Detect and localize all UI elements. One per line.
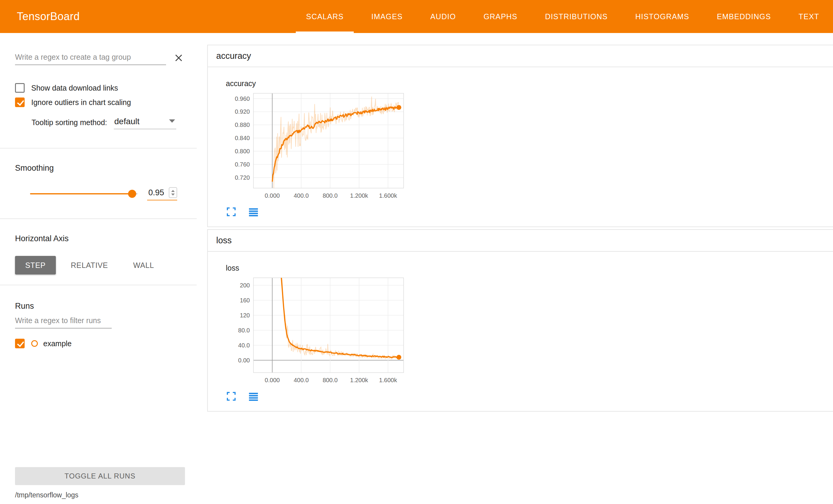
run-data-button[interactable] <box>248 207 259 218</box>
smoothing-control: 0.95 <box>30 187 185 200</box>
smoothing-label: Smoothing <box>15 163 197 173</box>
svg-text:80.0: 80.0 <box>238 327 250 334</box>
divider <box>0 148 197 149</box>
close-icon <box>172 51 185 65</box>
tag-group-body: loss 0.0040.080.01201602000.000400.0800.… <box>208 252 833 411</box>
svg-text:0.840: 0.840 <box>235 135 250 141</box>
expand-chart-button[interactable] <box>226 391 237 402</box>
tab-audio[interactable]: AUDIO <box>416 0 470 33</box>
top-bar: TensorBoard SCALARS IMAGES AUDIO GRAPHS … <box>0 0 833 33</box>
settings-sidebar: Show data download links Ignore outliers… <box>0 33 197 504</box>
svg-text:0.720: 0.720 <box>235 174 250 181</box>
tag-group-body: accuracy 0.7200.7600.8000.8400.8800.9200… <box>208 67 833 227</box>
checkbox-icon <box>15 98 25 107</box>
smoothing-slider-fill <box>30 193 132 194</box>
chart-title: loss <box>226 264 833 272</box>
tab-graphs[interactable]: GRAPHS <box>470 0 531 33</box>
svg-text:0.880: 0.880 <box>235 122 250 128</box>
tooltip-sorting-label: Tooltip sorting method: <box>31 118 107 129</box>
divider <box>0 219 197 219</box>
svg-text:0.000: 0.000 <box>265 377 280 383</box>
option-label: Ignore outliers in chart scaling <box>31 98 131 107</box>
axis-wall-button[interactable]: WALL <box>123 256 165 275</box>
smoothing-slider-thumb[interactable] <box>128 190 136 198</box>
accuracy-chart-canvas[interactable]: 0.7200.7600.8000.8400.8800.9200.9600.000… <box>225 90 420 203</box>
dashboard-content: accuracy accuracy 0.7200.7600.8000.8400.… <box>207 33 833 504</box>
svg-text:40.0: 40.0 <box>238 342 250 349</box>
tab-images[interactable]: IMAGES <box>357 0 416 33</box>
svg-text:1.200k: 1.200k <box>350 192 368 199</box>
chart-title: accuracy <box>226 79 833 88</box>
smoothing-value: 0.95 <box>148 188 169 197</box>
tag-group-header[interactable]: accuracy <box>208 45 833 67</box>
toggle-all-runs-button[interactable]: TOGGLE ALL RUNS <box>15 467 185 485</box>
data-list-icon <box>248 391 259 401</box>
axis-step-button[interactable]: STEP <box>15 256 56 275</box>
ignore-outliers-option[interactable]: Ignore outliers in chart scaling <box>15 98 185 107</box>
tab-scalars[interactable]: SCALARS <box>292 0 357 33</box>
chart-actions <box>226 391 833 402</box>
svg-text:0.760: 0.760 <box>235 161 250 168</box>
runs-label: Runs <box>15 302 197 311</box>
tab-text[interactable]: TEXT <box>785 0 833 33</box>
run-checkbox-icon <box>15 339 25 348</box>
tag-filter-row <box>15 50 185 65</box>
svg-text:0.800: 0.800 <box>235 148 250 154</box>
run-data-button[interactable] <box>248 391 259 402</box>
run-name: example <box>43 339 72 348</box>
tag-group-header[interactable]: loss <box>208 230 833 252</box>
option-label: Show data download links <box>31 84 118 93</box>
svg-text:200: 200 <box>240 282 250 288</box>
data-list-icon <box>248 207 259 217</box>
tooltip-sorting-select[interactable]: default <box>114 116 176 129</box>
show-download-links-option[interactable]: Show data download links <box>15 83 185 93</box>
svg-text:400.0: 400.0 <box>294 192 309 199</box>
svg-text:800.0: 800.0 <box>323 377 337 383</box>
smoothing-slider[interactable] <box>30 193 138 194</box>
app-logo: TensorBoard <box>17 0 80 33</box>
sidebar-footer: TOGGLE ALL RUNS /tmp/tensorflow_logs <box>0 467 197 499</box>
tab-embeddings[interactable]: EMBEDDINGS <box>703 0 785 33</box>
horizontal-axis-label: Horizontal Axis <box>15 234 197 243</box>
chart-actions <box>226 207 833 218</box>
svg-text:1.600k: 1.600k <box>379 192 397 199</box>
svg-text:1.200k: 1.200k <box>350 377 368 383</box>
run-color-swatch <box>31 340 38 347</box>
run-filter-input[interactable] <box>15 314 112 328</box>
svg-text:0.960: 0.960 <box>235 95 250 102</box>
tag-group-accuracy: accuracy accuracy 0.7200.7600.8000.8400.… <box>207 45 833 227</box>
fullscreen-icon <box>226 391 236 401</box>
divider <box>0 285 197 285</box>
horizontal-axis-buttons: STEP RELATIVE WALL <box>15 256 197 275</box>
fullscreen-icon <box>226 207 236 217</box>
chevron-down-icon <box>169 119 175 123</box>
tag-group-loss: loss loss 0.0040.080.01201602000.000400.… <box>207 229 833 411</box>
tab-distributions[interactable]: DISTRIBUTIONS <box>531 0 622 33</box>
run-item-example[interactable]: example <box>15 339 185 348</box>
loss-chart-canvas[interactable]: 0.0040.080.01201602000.000400.0800.01.20… <box>225 274 420 387</box>
axis-relative-button[interactable]: RELATIVE <box>61 256 118 275</box>
stepper-down-icon <box>171 194 175 196</box>
expand-chart-button[interactable] <box>226 207 237 218</box>
svg-text:0.920: 0.920 <box>235 108 250 115</box>
svg-text:120: 120 <box>240 312 250 319</box>
svg-text:0.00: 0.00 <box>238 357 250 363</box>
tab-histograms[interactable]: HISTOGRAMS <box>622 0 703 33</box>
tag-filter-input[interactable] <box>15 50 166 65</box>
main-nav: SCALARS IMAGES AUDIO GRAPHS DISTRIBUTION… <box>292 0 833 33</box>
stepper-up-icon <box>171 190 175 192</box>
tooltip-sorting-row: Tooltip sorting method: default <box>15 116 185 129</box>
smoothing-value-field[interactable]: 0.95 <box>147 187 177 200</box>
svg-text:1.600k: 1.600k <box>379 377 397 383</box>
svg-text:400.0: 400.0 <box>294 377 309 383</box>
svg-text:0.000: 0.000 <box>265 192 280 199</box>
svg-text:800.0: 800.0 <box>323 192 337 199</box>
clear-tag-filter-button[interactable] <box>172 51 185 65</box>
svg-text:160: 160 <box>240 297 250 304</box>
smoothing-stepper[interactable] <box>169 187 177 198</box>
log-directory-path: /tmp/tensorflow_logs <box>15 491 182 499</box>
tooltip-sorting-value: default <box>114 117 140 126</box>
checkbox-icon <box>15 83 25 93</box>
